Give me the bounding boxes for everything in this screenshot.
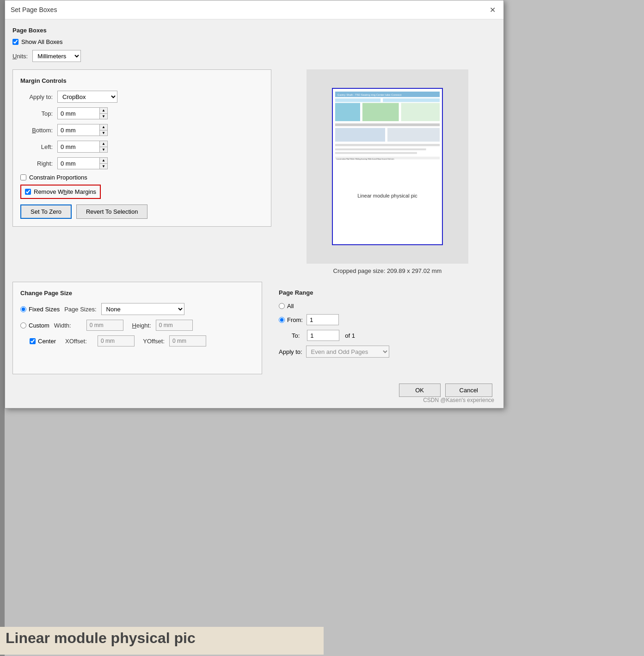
page-range-box: Page Range All From: To: <box>271 282 496 374</box>
yoffset-label: YOffset: <box>139 338 165 345</box>
cancel-button[interactable]: Cancel <box>445 384 492 397</box>
left-down-btn[interactable]: ▼ <box>100 147 107 153</box>
xoffset-label: XOffset: <box>65 338 93 345</box>
page-sizes-label: Page Sizes: <box>64 306 96 313</box>
xoffset-input[interactable] <box>98 335 135 347</box>
right-up-btn[interactable]: ▲ <box>100 158 107 163</box>
remove-white-margins-label[interactable]: Remove White Margins <box>34 188 96 195</box>
bottom-spinner-btns: ▲ ▼ <box>99 124 107 136</box>
bottom-input[interactable] <box>58 124 99 136</box>
from-row: From: <box>279 314 489 325</box>
svg-text:Gantry Shaft - T5D      Seatin: Gantry Shaft - T5D Seating ring Center t… <box>337 93 402 96</box>
width-input[interactable] <box>86 320 123 331</box>
apply-to-page-range-label: Apply to: <box>279 348 302 355</box>
all-radio-label[interactable]: All <box>279 303 294 309</box>
custom-row: Custom Width: Height: <box>20 320 254 331</box>
fixed-sizes-row: Fixed Sizes Page Sizes: None A4 Letter L… <box>20 303 254 315</box>
top-down-btn[interactable]: ▼ <box>100 113 107 119</box>
all-label: All <box>287 303 294 309</box>
page-boxes-section-label: Page Boxes <box>12 27 496 34</box>
show-all-boxes-label[interactable]: Show All Boxes <box>21 38 63 45</box>
left-column: Margin Controls Apply to: CropBox MediaB… <box>12 69 271 274</box>
bottom-label: Bottom: <box>20 127 57 134</box>
right-down-btn[interactable]: ▼ <box>100 163 107 169</box>
top-input[interactable] <box>58 108 99 119</box>
units-select[interactable]: Millimeters Inches Points Centimeters <box>32 50 81 62</box>
svg-rect-13 <box>335 152 417 154</box>
left-up-btn[interactable]: ▲ <box>100 141 107 147</box>
center-checkbox-label[interactable]: Center <box>30 338 56 345</box>
units-row: Units: Millimeters Inches Points Centime… <box>12 50 496 62</box>
remove-white-margins-container: Remove White Margins <box>20 185 101 199</box>
constrain-proportions-label[interactable]: Constrain Proportions <box>29 174 87 181</box>
svg-rect-9 <box>335 128 385 142</box>
preview-thumbnail: Gantry Shaft - T5D Seating ring Center t… <box>333 89 442 190</box>
set-page-boxes-dialog: Set Page Boxes ✕ Page Boxes Show All Box… <box>5 0 504 408</box>
ok-button[interactable]: OK <box>399 384 441 397</box>
preview-caption: Linear module physical pic <box>333 191 442 200</box>
height-label: Height: <box>128 322 151 329</box>
center-checkbox[interactable] <box>30 338 36 344</box>
apply-to-page-range-row: Apply to: Even and Odd Pages Even Pages … <box>279 346 489 358</box>
units-label: Units: <box>12 53 28 60</box>
left-label: Left: <box>20 143 57 150</box>
right-spinner-btns: ▲ ▼ <box>99 158 107 169</box>
page-range-title: Page Range <box>279 289 489 296</box>
preview-container: Gantry Shaft - T5D Seating ring Center t… <box>307 69 468 264</box>
bottom-down-btn[interactable]: ▼ <box>100 130 107 136</box>
svg-rect-11 <box>335 144 440 146</box>
change-page-size-box: Change Page Size Fixed Sizes Page Sizes:… <box>12 282 262 374</box>
center-row: Center XOffset: YOffset: <box>20 335 254 347</box>
set-to-zero-button[interactable]: Set To Zero <box>20 204 72 219</box>
top-up-btn[interactable]: ▲ <box>100 108 107 113</box>
svg-rect-12 <box>335 149 426 150</box>
right-input[interactable] <box>58 158 99 169</box>
preview-page: Gantry Shaft - T5D Seating ring Center t… <box>332 88 443 245</box>
from-radio-label[interactable]: From: <box>279 316 303 323</box>
from-input[interactable] <box>307 314 339 325</box>
constrain-proportions-checkbox[interactable] <box>20 174 26 180</box>
watermark: CSDN @Kasen's experience <box>423 397 494 403</box>
page-sizes-select[interactable]: None A4 Letter Legal A3 <box>101 303 184 315</box>
from-radio[interactable] <box>279 317 285 323</box>
width-label: Width: <box>54 322 82 329</box>
custom-radio-label[interactable]: Custom <box>20 322 49 329</box>
custom-radio[interactable] <box>20 322 26 328</box>
show-all-boxes-checkbox[interactable] <box>12 39 18 45</box>
svg-rect-3 <box>335 99 380 102</box>
all-radio[interactable] <box>279 303 285 309</box>
margin-controls-box: Margin Controls Apply to: CropBox MediaB… <box>12 69 271 227</box>
fixed-sizes-radio[interactable] <box>20 306 26 312</box>
right-spinner: ▲ ▼ <box>57 157 108 169</box>
fixed-sizes-label: Fixed Sizes <box>29 306 60 313</box>
change-page-size-title: Change Page Size <box>20 290 254 297</box>
close-button[interactable]: ✕ <box>487 4 498 15</box>
left-spinner: ▲ ▼ <box>57 141 108 153</box>
svg-text:Locomotion Rail Slider Sliding: Locomotion Rail Slider Sliding bearing S… <box>337 158 394 160</box>
revert-to-selection-button[interactable]: Revert To Selection <box>76 204 148 219</box>
bottom-bar-text: Linear module physical pic <box>6 630 196 646</box>
cropped-size-text: Cropped page size: 209.89 x 297.02 mm <box>333 267 442 274</box>
bottom-row: Bottom: ▲ ▼ <box>20 124 264 136</box>
to-input[interactable] <box>307 330 339 341</box>
show-all-row: Show All Boxes <box>12 38 496 45</box>
right-column: Gantry Shaft - T5D Seating ring Center t… <box>279 69 496 274</box>
fixed-sizes-radio-label[interactable]: Fixed Sizes <box>20 306 60 313</box>
top-row: Top: ▲ ▼ <box>20 107 264 119</box>
svg-rect-4 <box>383 99 440 102</box>
height-input[interactable] <box>156 320 193 331</box>
apply-to-label: Apply to: <box>20 93 57 100</box>
dialog-body: Page Boxes Show All Boxes Units: Millime… <box>5 19 503 408</box>
remove-white-margins-checkbox[interactable] <box>25 189 31 195</box>
bottom-up-btn[interactable]: ▲ <box>100 124 107 130</box>
apply-to-page-range-select[interactable]: Even and Odd Pages Even Pages Only Odd P… <box>306 346 389 358</box>
left-row: Left: ▲ ▼ <box>20 141 264 153</box>
yoffset-input[interactable] <box>169 335 206 347</box>
bottom-spinner: ▲ ▼ <box>57 124 108 136</box>
apply-to-select[interactable]: CropBox MediaBox BleedBox TrimBox ArtBox <box>57 91 117 103</box>
to-row: To: of 1 <box>279 330 489 341</box>
left-input[interactable] <box>58 141 99 152</box>
constrain-proportions-row: Constrain Proportions <box>20 174 264 181</box>
dialog-titlebar: Set Page Boxes ✕ <box>5 0 503 19</box>
bottom-section: Change Page Size Fixed Sizes Page Sizes:… <box>12 282 496 374</box>
